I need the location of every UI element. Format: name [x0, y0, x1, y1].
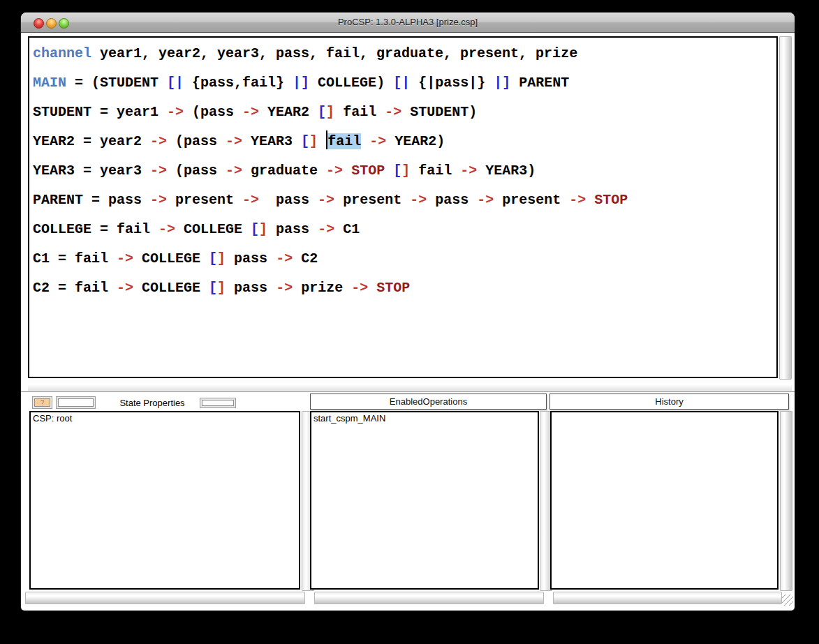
code-token: -> [385, 104, 401, 120]
blank-indicator-button-2[interactable] [200, 398, 236, 408]
code-token: [ [318, 104, 326, 120]
code-token: -> [318, 192, 334, 208]
code-token: (pass [167, 133, 226, 149]
history-header: History [549, 394, 789, 410]
code-token: = (STUDENT [66, 75, 167, 91]
code-token: COLLEGE [133, 280, 209, 296]
code-token: -> [226, 133, 242, 149]
code-token: STUDENT) [401, 104, 477, 120]
code-token: fail [327, 133, 361, 149]
code-token: |] [494, 75, 510, 91]
code-token: -> [318, 221, 334, 237]
code-token: STOP [351, 163, 385, 179]
code-area: channel year1, year2, year3, pass, fail,… [29, 38, 776, 303]
code-token: channel [33, 45, 91, 61]
code-token: pass [427, 192, 477, 208]
code-token: [| [167, 75, 184, 91]
code-token: {|pass|} [410, 75, 494, 91]
state-properties-horizontal-scrollbar[interactable] [25, 592, 305, 604]
code-token: [| [393, 75, 410, 91]
code-token: -> [117, 280, 133, 296]
code-token: pass [226, 250, 276, 267]
csp-source-editor[interactable]: channel year1, year2, year3, pass, fail,… [28, 36, 778, 378]
code-token: YEAR3 [242, 133, 301, 149]
enabled-operations-horizontal-scrollbar[interactable] [314, 592, 544, 604]
editor-horizontal-scrollbar[interactable] [28, 380, 792, 391]
code-token: prize [293, 280, 351, 296]
code-token: YEAR2 = year2 [33, 133, 150, 149]
list-item[interactable]: CSP: root [31, 412, 299, 424]
history-vertical-scrollbar[interactable] [780, 411, 792, 591]
code-token: year1, year2, year3, pass, fail, graduat… [91, 45, 577, 61]
code-token: [ [209, 280, 217, 296]
code-token: pass [259, 192, 318, 208]
app-window: ProCSP: 1.3.0-ALPHA3 [prize.csp] channel… [21, 13, 795, 611]
code-token: ] [326, 104, 334, 120]
code-token: [ [393, 163, 401, 179]
code-token: fail [410, 163, 460, 179]
code-token: -> [410, 192, 427, 208]
code-line: STUDENT = year1 -> (pass -> YEAR2 [] fai… [33, 98, 776, 127]
code-token: ] [217, 250, 226, 267]
code-token: C2 [293, 250, 318, 267]
code-token: -> [477, 192, 494, 208]
code-token: -> [150, 163, 167, 179]
code-line: channel year1, year2, year3, pass, fail,… [33, 39, 776, 68]
window-title: ProCSP: 1.3.0-ALPHA3 [prize.csp] [21, 17, 795, 27]
code-token: -> [369, 133, 386, 149]
code-token: C2 = fail [33, 280, 117, 296]
text-cursor [326, 130, 327, 149]
code-token: COLLEGE) [309, 75, 393, 91]
code-token: present [167, 192, 242, 208]
code-token [586, 192, 594, 208]
desktop-background: { "window": { "title": "ProCSP: 1.3.0-AL… [0, 0, 819, 644]
code-token: C1 = fail [33, 250, 117, 267]
code-token: STOP [376, 280, 410, 296]
help-button[interactable]: ? [32, 396, 52, 409]
code-token: YEAR3 = year3 [33, 163, 150, 179]
code-token [385, 163, 393, 179]
code-token [343, 163, 351, 179]
history-list[interactable] [550, 411, 779, 590]
code-token: -> [460, 163, 477, 179]
code-line: YEAR3 = year3 -> (pass -> graduate -> ST… [33, 156, 776, 186]
code-token: pass [226, 280, 276, 296]
window-resize-grip[interactable] [782, 594, 793, 606]
code-line: PARENT = pass -> present -> pass -> pres… [33, 186, 776, 215]
code-line: MAIN = (STUDENT [| {pass,fail} |] COLLEG… [33, 68, 776, 98]
code-token: MAIN [33, 75, 66, 91]
code-token: |] [293, 75, 309, 91]
code-token: -> [242, 192, 259, 208]
code-token: -> [326, 163, 343, 179]
code-token: -> [117, 250, 133, 267]
code-token: present [494, 192, 569, 208]
code-token: [ [251, 221, 259, 237]
code-token: fail [334, 104, 385, 120]
code-token: PARENT = pass [33, 192, 150, 208]
code-token: STOP [594, 192, 628, 208]
code-token: -> [158, 221, 175, 237]
code-token: ] [217, 280, 226, 296]
code-token [368, 280, 376, 296]
code-token: -> [276, 250, 293, 267]
history-horizontal-scrollbar[interactable] [553, 592, 782, 604]
code-token: (pass [184, 104, 242, 120]
blank-indicator-button[interactable] [56, 396, 96, 409]
title-bar[interactable]: ProCSP: 1.3.0-ALPHA3 [prize.csp] [21, 13, 795, 33]
code-token: COLLEGE = fail [33, 221, 158, 237]
code-token [361, 133, 369, 149]
code-token: ] [259, 221, 267, 237]
editor-vertical-scrollbar[interactable] [779, 36, 792, 380]
state-properties-label: State Properties [107, 398, 198, 408]
code-token: -> [150, 133, 167, 149]
code-token: YEAR2) [386, 133, 445, 149]
state-properties-list[interactable]: CSP: root [29, 411, 300, 590]
code-token: ] [401, 163, 410, 179]
code-token: YEAR3) [477, 163, 536, 179]
code-token: (pass [167, 163, 226, 179]
code-token: {pass,fail} [184, 75, 293, 91]
enabled-operations-list[interactable]: start_cspm_MAIN [310, 411, 539, 590]
code-token: present [334, 192, 410, 208]
list-item[interactable]: start_cspm_MAIN [311, 412, 538, 424]
code-token: COLLEGE [175, 221, 251, 237]
